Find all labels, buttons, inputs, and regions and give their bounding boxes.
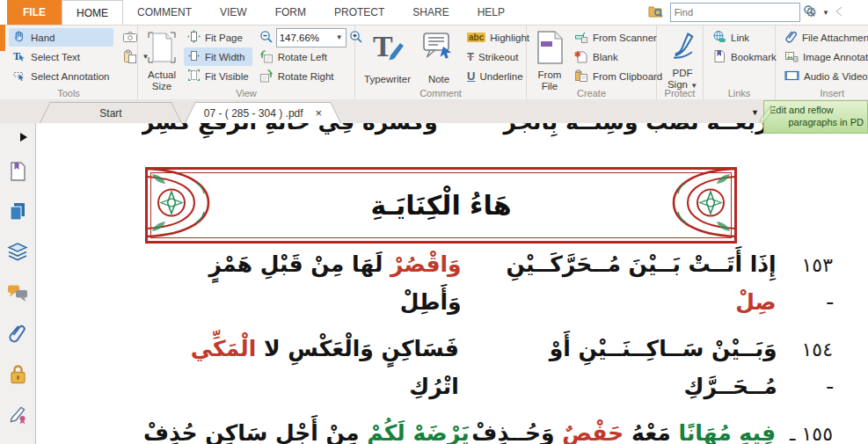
bookmark-button[interactable]: Bookmark	[709, 47, 780, 66]
group-links-label: Links	[704, 88, 775, 98]
from-scanner-label: From Scanner	[593, 33, 657, 43]
find-box	[670, 3, 800, 22]
fit-page-label: Fit Page	[205, 33, 243, 43]
signature-panel-button[interactable]	[0, 394, 35, 434]
highlight-button[interactable]: abc Highlight	[463, 28, 533, 47]
menu-bar: FILE HOME COMMENT VIEW FORM PROTECT SHAR…	[0, 0, 868, 25]
document-page[interactable]: ١٥٢ ـ أَرْبَعَــةٌ تُصَبْ وَسِتَّــةٌ بِ…	[36, 123, 868, 444]
hemistich-left: وَاقْصُرْ لَهَا مِنْ قَبْلِ هَمْزٍ وَأَط…	[143, 246, 462, 321]
svg-text:✱: ✱	[574, 50, 581, 59]
tab-document-label: 07 - ( 285 - 304 ) .pdf	[204, 107, 303, 120]
underline-icon: U	[467, 69, 475, 83]
comments-panel-button[interactable]	[0, 273, 35, 313]
fit-width-icon	[187, 49, 201, 64]
typewriter-icon: T	[369, 30, 406, 68]
from-scanner-button[interactable]: From Scanner	[571, 28, 666, 47]
verse-line: ١٥٤ ـوَبَــيْنْ سَــاكِــنَــيْنِ أَوْ م…	[143, 331, 833, 405]
actual-size-label: Actual	[148, 69, 176, 80]
rotate-left-button[interactable]: Rotate Left	[256, 47, 367, 66]
collapse-toolbar-icon[interactable]	[835, 6, 843, 19]
typewriter-label: Typewriter	[364, 74, 411, 85]
group-protect-label: Protect	[657, 88, 703, 98]
strikeout-button[interactable]: T Strikeout	[463, 47, 533, 66]
tab-document[interactable]: 07 - ( 285 - 304 ) .pdf ×	[185, 102, 341, 123]
gear-icon[interactable]: ⚙	[806, 4, 817, 20]
menu-share[interactable]: SHARE	[398, 0, 463, 25]
fit-page-icon	[187, 30, 201, 45]
image-annotation-button[interactable]: Image Annotation	[781, 47, 868, 66]
clipped-previous-verse: ١٥٢ ـ أَرْبَعَــةٌ تُصَبْ وَسِتَّــةٌ بِ…	[142, 123, 833, 144]
select-text-button[interactable]: T Select Text	[9, 47, 113, 66]
group-view: ActualSize Fit Page Fit Width Fit Visibl…	[138, 25, 355, 99]
actual-size-button[interactable]: ActualSize	[143, 28, 180, 87]
fit-page-button[interactable]: Fit Page	[184, 28, 252, 47]
blank-icon: ✱	[574, 49, 588, 65]
fit-visible-button[interactable]: Fit Visible	[184, 67, 252, 85]
security-panel-button[interactable]	[0, 353, 35, 394]
verse-line: ١٥٥ ـفِيهِ مُهَانًا مَعْهُ حَفْصٌ وَحُــ…	[143, 415, 833, 444]
bookmarks-panel-button[interactable]	[0, 151, 35, 192]
menu-home[interactable]: HOME	[62, 0, 123, 25]
layers-panel-button[interactable]	[0, 232, 35, 273]
security-panel-icon	[9, 364, 27, 384]
rotate-left-label: Rotate Left	[278, 52, 327, 62]
file-attachment-button[interactable]: File Attachment	[781, 28, 868, 47]
frame-ornament-left	[145, 167, 230, 238]
hemistich-right: فِيهِ مُهَانًا مَعْهُ حَفْصٌ وَحُــذِفْ	[471, 415, 776, 444]
pdf-sign-button[interactable]: PDFSign ▼	[662, 28, 703, 87]
tab-start[interactable]: Start	[40, 102, 182, 123]
verse-list: ١٥٣ ـإِذَا أَتَــتْ بَــيْنَ مُــحَرَّكَ…	[143, 246, 833, 444]
find-folder-icon[interactable]	[648, 4, 665, 21]
expand-panel-button[interactable]	[0, 123, 35, 151]
select-annotation-button[interactable]: Select Annotation	[9, 67, 113, 85]
zoom-dropdown-icon[interactable]: ▼	[336, 33, 343, 41]
tab-close-icon[interactable]: ×	[316, 107, 323, 119]
menu-view[interactable]: VIEW	[206, 0, 261, 25]
group-tools-label: Tools	[0, 88, 137, 98]
hemistich-right: إِذَا أَتَــتْ بَــيْنَ مُــحَرَّكَــيْن…	[462, 246, 777, 321]
note-button[interactable]: Note	[418, 28, 460, 87]
audio-video-button[interactable]: Audio & Video	[781, 67, 868, 85]
verse-segment: وَحُــذِفْ	[471, 420, 562, 444]
menu-protect[interactable]: PROTECT	[320, 0, 398, 25]
group-comment: T Typewriter Note abc Highlight T Strike…	[355, 25, 527, 99]
strikeout-icon: T	[467, 50, 474, 63]
zoom-out-icon[interactable]	[259, 30, 274, 46]
from-clipboard-button[interactable]: From Clipboard	[571, 67, 666, 85]
underline-button[interactable]: U Underline	[463, 67, 533, 85]
bookmark-icon	[712, 49, 726, 65]
menu-help[interactable]: HELP	[463, 0, 519, 25]
image-annotation-label: Image Annotation	[803, 52, 868, 62]
fit-visible-icon	[187, 69, 201, 84]
menu-form[interactable]: FORM	[261, 0, 320, 25]
select-text-label: Select Text	[31, 52, 80, 62]
pages-panel-button[interactable]	[0, 192, 35, 232]
hand-tool-button[interactable]: Hand	[9, 28, 113, 47]
from-clipboard-icon	[574, 69, 588, 84]
link-button[interactable]: Link	[709, 28, 780, 47]
verse-number: ١٥٤ ـ	[791, 333, 833, 399]
typewriter-button[interactable]: T Typewriter	[361, 28, 414, 87]
ribbon: Hand T Select Text Select Annotation	[0, 25, 868, 100]
from-scanner-icon	[574, 30, 588, 46]
menu-file[interactable]: FILE	[7, 0, 62, 25]
fit-width-button[interactable]: Fit Width	[184, 47, 252, 66]
file-attachment-icon	[784, 30, 798, 46]
rotate-right-button[interactable]: Rotate Right	[256, 67, 367, 85]
attachments-panel-button[interactable]	[0, 313, 35, 353]
verse-segment: وَاقْصُرْ	[390, 251, 462, 277]
document-tab-bar: Start 07 - ( 285 - 304 ) .pdf × ▼	[0, 99, 868, 123]
blank-button[interactable]: ✱ Blank	[571, 47, 666, 66]
zoom-level-combobox[interactable]: 147.66% ▼	[276, 28, 346, 47]
find-input[interactable]	[671, 7, 803, 18]
edit-reflow-tooltip[interactable]: Edit and reflow paragraphs in PD	[763, 100, 868, 134]
gear-dropdown-icon[interactable]: ▼	[822, 9, 829, 17]
audio-video-icon	[784, 69, 799, 84]
from-file-button[interactable]: FromFile	[532, 28, 567, 87]
accent-strip	[0, 25, 5, 51]
attachments-panel-icon	[8, 324, 27, 343]
menu-comment[interactable]: COMMENT	[123, 0, 206, 25]
strikeout-label: Strikeout	[478, 52, 518, 62]
rotate-left-icon	[259, 49, 274, 65]
reflow-pencil-icon	[755, 101, 778, 127]
